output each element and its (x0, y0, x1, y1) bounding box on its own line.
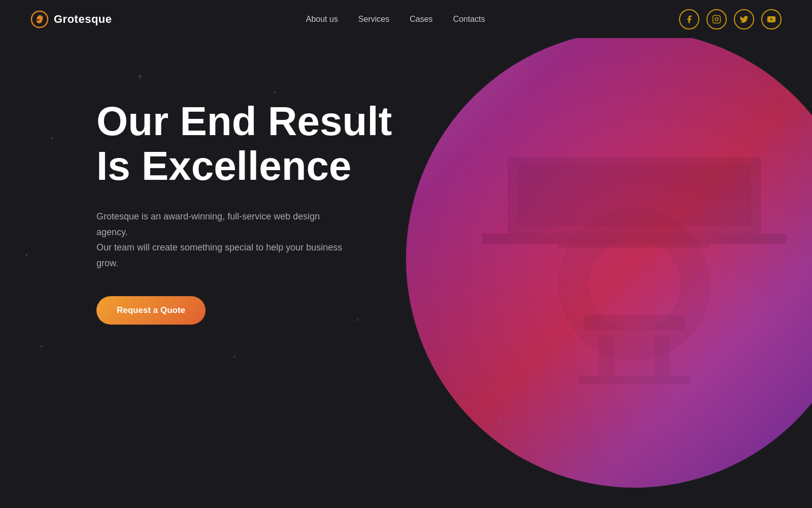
hero-title-line2: Is Excellence (96, 143, 352, 188)
navbar: Grotesque About us Services Cases Contac… (0, 0, 812, 38)
svg-rect-1 (713, 15, 720, 23)
instagram-icon[interactable] (706, 9, 727, 29)
hero-section: Our End Result Is Excellence Grotesque i… (0, 38, 812, 508)
nav-item-contacts[interactable]: Contacts (453, 15, 485, 24)
nav-link-cases[interactable]: Cases (410, 15, 432, 23)
nav-links: About us Services Cases Contacts (306, 15, 485, 24)
nav-item-services[interactable]: Services (358, 15, 389, 24)
youtube-icon[interactable] (761, 9, 782, 29)
nav-link-services[interactable]: Services (358, 15, 389, 23)
hero-title: Our End Result Is Excellence (96, 99, 401, 188)
hero-desc-line2: Our team will create something special t… (96, 242, 342, 268)
facebook-icon[interactable] (679, 9, 699, 29)
nav-item-cases[interactable]: Cases (410, 15, 432, 24)
svg-point-3 (718, 17, 719, 18)
nav-link-about[interactable]: About us (306, 15, 338, 23)
twitter-icon[interactable] (734, 9, 754, 29)
svg-point-2 (715, 18, 718, 21)
nav-item-about[interactable]: About us (306, 15, 338, 24)
logo[interactable]: Grotesque (30, 10, 112, 28)
cta-button[interactable]: Request a Quote (96, 296, 206, 325)
hero-description: Grotesque is an award-winning, full-serv… (96, 209, 350, 271)
nav-link-contacts[interactable]: Contacts (453, 15, 485, 23)
hero-desc-line1: Grotesque is an award-winning, full-serv… (96, 211, 320, 237)
social-icons (679, 9, 782, 29)
logo-icon (30, 10, 49, 28)
hero-title-line1: Our End Result (96, 99, 392, 144)
logo-text: Grotesque (54, 13, 112, 26)
